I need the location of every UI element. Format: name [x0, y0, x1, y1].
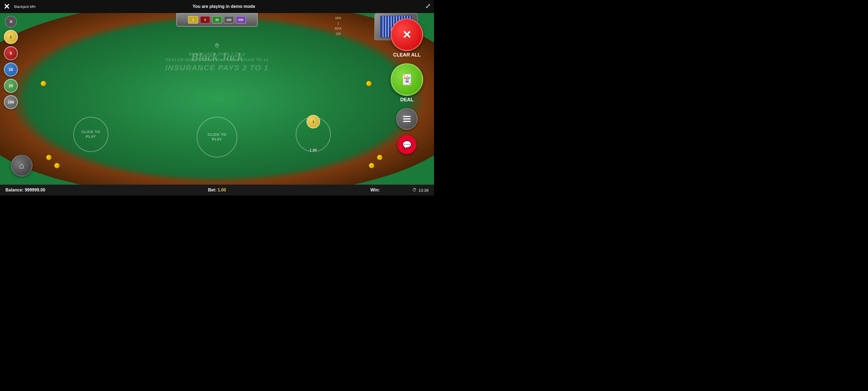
chip-1[interactable]: 1	[4, 30, 18, 44]
bet-value: 1.00	[218, 188, 226, 192]
chat-button[interactable]: 💬	[397, 135, 416, 154]
timer-value: 13:36	[418, 188, 429, 193]
timer-icon: ⏱	[412, 188, 416, 193]
bet-display: Bet: 1.00	[208, 188, 226, 193]
min-label: MIN	[335, 16, 342, 21]
fullscreen-button[interactable]: ⤢	[425, 2, 431, 10]
info-banner: BLACKJACK PAYS 3 TO 2DEALER MUST STAND O…	[133, 51, 301, 72]
bet-chip-right: 1	[307, 115, 320, 129]
tray-chip-25: 25	[212, 16, 222, 24]
tray-chip-500: 500	[236, 16, 246, 24]
bet-spot-right[interactable]: 1 1.00	[296, 117, 331, 152]
sidebar-close-button[interactable]: ✕	[5, 16, 17, 28]
top-bar: ✕ Blackjack MH You are playing in demo m…	[0, 0, 434, 13]
spade-icon: ♠	[214, 39, 219, 50]
timer-display: ⏱ 13:36	[412, 188, 429, 193]
bet-label: Bet:	[208, 188, 216, 192]
bottom-bar: Balance: 999999.00 Bet: 1.00 Win: ⏱ 13:3…	[0, 185, 434, 196]
action-sidebar: ✕ CLEAR ALL 🃏 DEAL 💬	[380, 13, 434, 185]
tray-chip-1: 1	[188, 16, 198, 24]
chat-icon: 💬	[402, 140, 412, 149]
close-button[interactable]: ✕	[0, 0, 13, 13]
balance-display: Balance: 999999.00	[5, 188, 45, 193]
chip-100[interactable]: 100	[4, 95, 18, 109]
banner-main-text: INSURANCE PAYS 2 TO 1	[133, 63, 301, 72]
demo-mode-banner: You are playing in demo mode	[35, 4, 412, 9]
tray-chip-5: 5	[200, 16, 210, 24]
game-title: Blackjack MH	[14, 5, 35, 9]
bet-spot-left-text: CLICK TOPLAY	[82, 130, 100, 139]
win-label: Win:	[370, 188, 380, 192]
deal-cards-icon: 🃏	[401, 74, 413, 85]
chip-5[interactable]: 5	[4, 46, 18, 60]
max-value: 100	[335, 31, 342, 37]
max-label: MAX	[335, 26, 342, 31]
bet-amount-right: 1.00	[310, 148, 317, 152]
tray-chip-100: 100	[224, 16, 234, 24]
win-display: Win:	[370, 188, 380, 193]
chip-25[interactable]: 25	[4, 79, 18, 93]
min-value: 1	[335, 21, 342, 26]
banner-top-text: BLACKJACK PAYS 3 TO 2DEALER MUST STAND O…	[133, 51, 301, 62]
clear-all-label: CLEAR ALL	[391, 52, 423, 58]
clear-all-icon: ✕	[402, 29, 411, 41]
content-layer: 1 5 25 100 500 MIN 1 MAX 100 ♠ Black Jac…	[0, 13, 434, 185]
bet-limits: MIN 1 MAX 100	[335, 16, 342, 37]
bet-spot-center[interactable]: CLICK TOPLAY	[197, 117, 237, 158]
game-area: 1 5 25 100 500 MIN 1 MAX 100 ♠ Black Jac…	[0, 13, 434, 185]
bet-spot-left[interactable]: CLICK TOPLAY	[73, 117, 108, 152]
hamburger-icon	[403, 116, 411, 122]
clear-all-button[interactable]: ✕	[391, 19, 423, 51]
deal-label: DEAL	[391, 97, 423, 103]
balance-label: Balance:	[5, 188, 24, 192]
deal-button[interactable]: 🃏	[391, 63, 423, 96]
chip-10[interactable]: 10	[4, 62, 18, 77]
home-button[interactable]: ⌂	[11, 155, 33, 176]
menu-button[interactable]	[396, 108, 418, 130]
bet-spot-center-text: CLICK TOPLAY	[208, 133, 226, 142]
home-icon: ⌂	[19, 161, 24, 170]
balance-value: 999999.00	[25, 188, 45, 192]
chip-tray: 1 5 25 100 500	[176, 13, 258, 27]
